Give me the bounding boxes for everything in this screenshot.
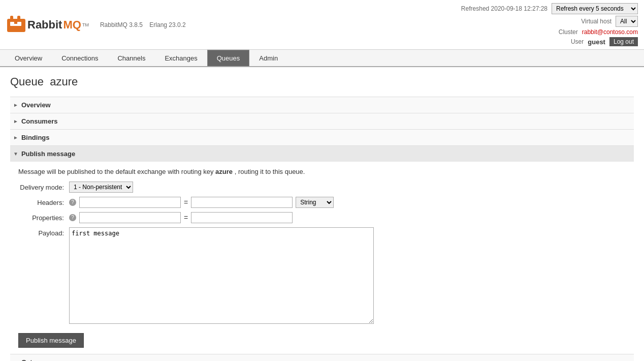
section-publish-message: ▼ Publish message Message will be publis… [10,145,634,354]
svg-rect-5 [17,16,20,21]
section-overview: ► Overview [10,97,634,113]
logo-mq-text: MQ [63,18,81,32]
tab-exchanges[interactable]: Exchanges [155,50,207,66]
section-overview-label: Overview [21,101,51,109]
headers-row: Headers: ? = String Number Boolean [18,197,626,208]
queue-name: azure [50,75,78,88]
section-get-messages-label: Get messages [21,358,66,361]
cluster-label: Cluster [559,28,578,36]
publish-message-button[interactable]: Publish message [18,333,84,348]
properties-key-input[interactable] [79,212,181,223]
chevron-down-icon-publish: ▼ [13,151,18,157]
headers-key-input[interactable] [79,197,181,208]
delivery-mode-row: Delivery mode: 1 - Non-persistent 2 - Pe… [18,182,626,193]
publish-routing-key: azure [215,168,233,175]
properties-value-input[interactable] [191,212,293,223]
payload-textarea[interactable]: first message [69,227,374,324]
logo-rabbit-text: Rabbit [27,18,62,32]
publish-section-content: Message will be published to the default… [10,162,634,354]
user-label: User [571,38,584,45]
publish-info-before: Message will be published to the default… [18,168,213,175]
top-right: Refreshed 2020-09-18 12:27:28 Refresh ev… [461,3,638,46]
rabbitmq-logo-icon [6,15,26,35]
properties-label: Properties: [18,214,69,222]
delivery-mode-label: Delivery mode: [18,184,69,191]
refresh-row: Refreshed 2020-09-18 12:27:28 Refresh ev… [461,3,638,14]
section-overview-header[interactable]: ► Overview [10,97,634,113]
page-content: Queue azure ► Overview ► Consumers ► Bin… [0,67,644,361]
properties-help-icon[interactable]: ? [69,214,76,221]
logo-area: RabbitMQTM RabbitMQ 3.8.5 Erlang 23.0.2 [6,15,186,35]
publish-info: Message will be published to the default… [18,168,626,175]
chevron-right-icon-bindings: ► [13,135,18,140]
svg-rect-1 [10,22,14,26]
refreshed-timestamp: Refreshed 2020-09-18 12:27:28 [461,5,548,12]
delivery-mode-select[interactable]: 1 - Non-persistent 2 - Persistent [69,182,133,193]
section-publish-header[interactable]: ▼ Publish message [10,146,634,162]
erlang-version: Erlang 23.0.2 [149,21,185,28]
section-consumers: ► Consumers [10,113,634,129]
tab-admin[interactable]: Admin [249,50,287,66]
section-bindings: ► Bindings [10,129,634,145]
virtual-host-label: Virtual host [581,18,611,25]
section-bindings-header[interactable]: ► Bindings [10,130,634,145]
headers-type-select[interactable]: String Number Boolean [296,197,334,208]
user-name: guest [588,38,605,46]
version-info: RabbitMQ 3.8.5 Erlang 23.0.2 [100,21,186,28]
top-bar: RabbitMQTM RabbitMQ 3.8.5 Erlang 23.0.2 … [0,0,644,50]
page-title: Queue azure [10,75,634,88]
publish-info-after: , routing it to this queue. [235,168,305,175]
tab-channels[interactable]: Channels [108,50,155,66]
svg-rect-3 [14,24,19,26]
headers-equals: = [184,198,188,206]
chevron-right-icon: ► [13,102,18,108]
section-bindings-label: Bindings [21,134,50,141]
logo: RabbitMQTM [6,15,89,35]
properties-row: Properties: ? = [18,212,626,223]
properties-equals: = [184,214,188,222]
section-publish-label: Publish message [21,150,75,158]
payload-label: Payload: [18,227,69,237]
refresh-interval-select[interactable]: Refresh every 5 seconds Refresh every 10… [552,3,638,14]
cluster-row: Cluster rabbit@contoso.com [559,28,638,36]
tab-overview[interactable]: Overview [5,50,52,66]
section-consumers-header[interactable]: ► Consumers [10,113,634,129]
headers-help-icon[interactable]: ? [69,199,76,206]
user-row: User guest Log out [571,37,638,46]
virtual-host-row: Virtual host All / [581,16,638,27]
chevron-right-icon-consumers: ► [13,118,18,124]
tab-connections[interactable]: Connections [52,50,108,66]
rabbitmq-version: RabbitMQ 3.8.5 [100,21,143,28]
virtual-host-select[interactable]: All / [616,16,638,27]
cluster-link[interactable]: rabbit@contoso.com [582,28,638,36]
logo-tm-text: TM [82,22,89,27]
nav-tabs: Overview Connections Channels Exchanges … [0,50,644,67]
logout-button[interactable]: Log out [609,37,638,46]
payload-row: Payload: first message [18,227,626,324]
svg-rect-4 [10,16,13,21]
section-get-messages: ► Get messages [10,354,634,361]
headers-value-input[interactable] [191,197,293,208]
section-get-messages-header[interactable]: ► Get messages [10,354,634,361]
section-consumers-label: Consumers [21,117,58,125]
tab-queues[interactable]: Queues [207,50,250,66]
page-title-prefix: Queue [10,75,44,88]
headers-label: Headers: [18,199,69,206]
